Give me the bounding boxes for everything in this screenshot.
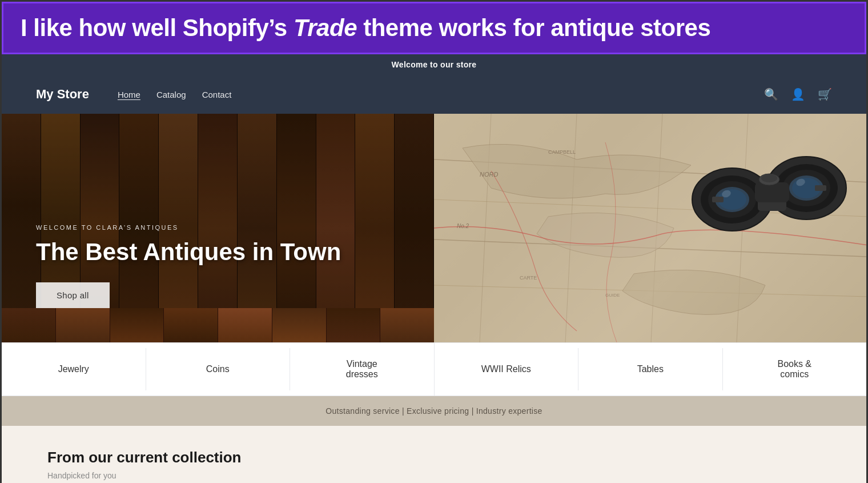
categories-row: Jewelry Coins Vintage dresses WWII Relic… — [2, 342, 866, 396]
hero-section: Welcome to Clara’s Antiques The Best Ant… — [2, 114, 866, 342]
category-jewelry[interactable]: Jewelry — [2, 348, 146, 390]
account-icon[interactable]: 👤 — [791, 87, 805, 101]
svg-rect-27 — [755, 182, 789, 202]
hero-content: Welcome to Clara’s Antiques The Best Ant… — [36, 224, 341, 308]
store-logo[interactable]: My Store — [36, 87, 89, 102]
title-banner: I like how well Shopify’s Trade theme wo… — [2, 2, 866, 54]
collection-title: From our current collection — [47, 449, 821, 466]
hero-title: The Best Antiques in Town — [36, 239, 341, 265]
category-coins[interactable]: Coins — [146, 348, 291, 390]
svg-point-31 — [761, 174, 777, 182]
svg-text:CAMPBELL: CAMPBELL — [548, 149, 576, 155]
svg-text:NORD: NORD — [480, 171, 498, 178]
nav-home[interactable]: Home — [118, 90, 140, 99]
nav-catalog[interactable]: Catalog — [156, 90, 186, 99]
svg-text:CARTE: CARTE — [520, 275, 537, 281]
header-icons: 🔍 👤 🛒 — [764, 87, 832, 101]
category-books-comics[interactable]: Books & comics — [723, 343, 867, 396]
main-nav: Home Catalog Contact — [118, 90, 231, 99]
category-tables[interactable]: Tables — [578, 348, 723, 390]
announcement-bar: Welcome to our store — [2, 54, 866, 75]
cart-icon[interactable]: 🛒 — [818, 87, 832, 101]
map-background: NORD CAMPBELL No.2 CARTE GUIDE — [434, 114, 866, 342]
category-vintage-dresses[interactable]: Vintage dresses — [290, 343, 435, 396]
hero-left-panel: Welcome to Clara’s Antiques The Best Ant… — [2, 114, 434, 342]
svg-text:GUIDE: GUIDE — [605, 293, 620, 298]
site-header: My Store Home Catalog Contact 🔍 👤 🛒 — [2, 75, 866, 114]
svg-text:No.2: No.2 — [457, 223, 469, 229]
binoculars-svg — [684, 125, 855, 251]
collection-section: From our current collection Handpicked f… — [2, 426, 866, 483]
value-text: Outstanding service | Exclusive pricing … — [326, 406, 542, 416]
category-wwii-relics[interactable]: WWII Relics — [435, 348, 579, 390]
hero-right-panel: NORD CAMPBELL No.2 CARTE GUIDE — [434, 114, 866, 342]
shop-all-button[interactable]: Shop all — [36, 282, 110, 308]
svg-rect-29 — [815, 185, 826, 191]
value-bar: Outstanding service | Exclusive pricing … — [2, 396, 866, 426]
nav-contact[interactable]: Contact — [202, 90, 232, 99]
svg-rect-28 — [712, 197, 724, 202]
collection-subtitle: Handpicked for you — [47, 471, 821, 480]
hero-subtitle: Welcome to Clara’s Antiques — [36, 224, 341, 231]
title-text: I like how well Shopify’s Trade theme wo… — [21, 14, 710, 42]
announcement-text: Welcome to our store — [392, 60, 477, 69]
search-icon[interactable]: 🔍 — [764, 87, 778, 101]
